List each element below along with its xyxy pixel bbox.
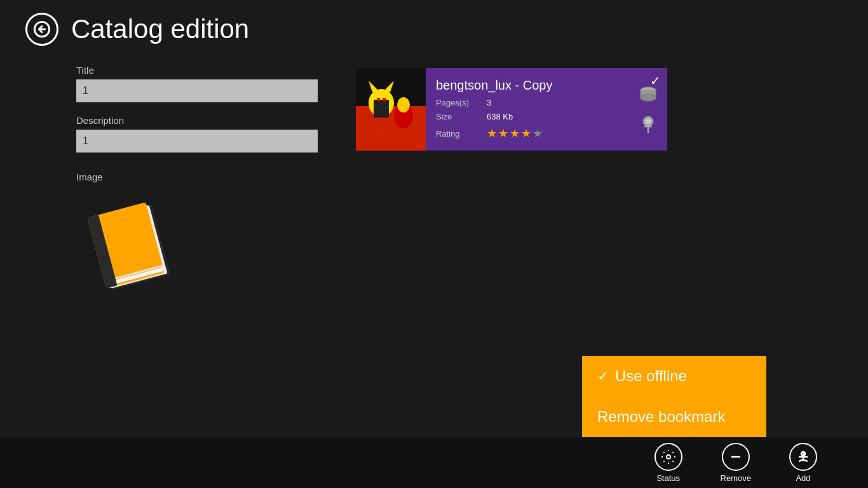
main-content: Title Description Image	[0, 65, 868, 294]
card-section: bengtson_lux - Copy Pages(s) 3 Size 638 …	[356, 65, 792, 294]
rating-label: Rating	[436, 129, 480, 139]
use-offline-button[interactable]: ✓ Use offline	[582, 356, 766, 396]
star-5: ★	[532, 126, 543, 140]
pages-value: 3	[487, 98, 491, 107]
form-section: Title Description Image	[76, 65, 318, 294]
svg-point-22	[646, 119, 651, 124]
card-title: bengtson_lux - Copy	[436, 78, 619, 93]
svg-rect-15	[374, 100, 389, 118]
size-value: 638 Kb	[487, 112, 513, 121]
star-2: ★	[498, 126, 508, 140]
card-actions	[629, 68, 667, 151]
book-image	[76, 193, 178, 294]
use-offline-label: Use offline	[615, 367, 687, 385]
card-rating-row: Rating ★ ★ ★ ★ ★	[436, 126, 619, 140]
svg-rect-16	[377, 98, 380, 101]
card-pages-row: Pages(s) 3	[436, 98, 619, 107]
card-thumbnail	[356, 68, 426, 151]
catalog-card[interactable]: bengtson_lux - Copy Pages(s) 3 Size 638 …	[356, 68, 667, 151]
add-label: Add	[796, 473, 810, 483]
star-1: ★	[487, 126, 497, 140]
rating-stars: ★ ★ ★ ★ ★	[487, 126, 543, 140]
svg-point-25	[667, 455, 670, 459]
title-input[interactable]	[76, 79, 318, 102]
status-icon	[654, 443, 682, 471]
header: Catalog edition	[0, 0, 868, 58]
size-label: Size	[436, 112, 480, 121]
remove-bookmark-button[interactable]: Remove bookmark	[582, 396, 766, 437]
status-button[interactable]: Status	[654, 443, 682, 483]
pages-label: Pages(s)	[436, 98, 480, 107]
star-4: ★	[521, 126, 531, 140]
context-menu: ✓ Use offline Remove bookmark	[582, 356, 766, 437]
remove-icon	[722, 443, 750, 471]
svg-rect-11	[356, 106, 426, 151]
bottom-bar: Status Remove Add	[0, 437, 868, 488]
description-input[interactable]	[76, 130, 318, 152]
remove-label: Remove	[721, 473, 751, 483]
remove-button[interactable]: Remove	[721, 443, 751, 483]
description-label: Description	[76, 115, 318, 126]
card-checkmark: ✓	[650, 73, 661, 88]
remove-bookmark-label: Remove bookmark	[597, 408, 725, 426]
status-label: Status	[656, 473, 680, 483]
star-3: ★	[510, 126, 520, 140]
card-info: bengtson_lux - Copy Pages(s) 3 Size 638 …	[426, 68, 629, 151]
add-icon	[789, 443, 817, 471]
pin-icon[interactable]	[637, 112, 660, 135]
svg-point-19	[397, 97, 410, 112]
card-size-row: Size 638 Kb	[436, 112, 619, 121]
title-label: Title	[76, 65, 318, 76]
use-offline-check-icon: ✓	[597, 368, 609, 384]
back-button[interactable]	[25, 13, 58, 46]
image-label: Image	[76, 172, 318, 182]
page-title: Catalog edition	[71, 14, 249, 44]
svg-rect-17	[383, 98, 386, 101]
add-button[interactable]: Add	[789, 443, 817, 483]
